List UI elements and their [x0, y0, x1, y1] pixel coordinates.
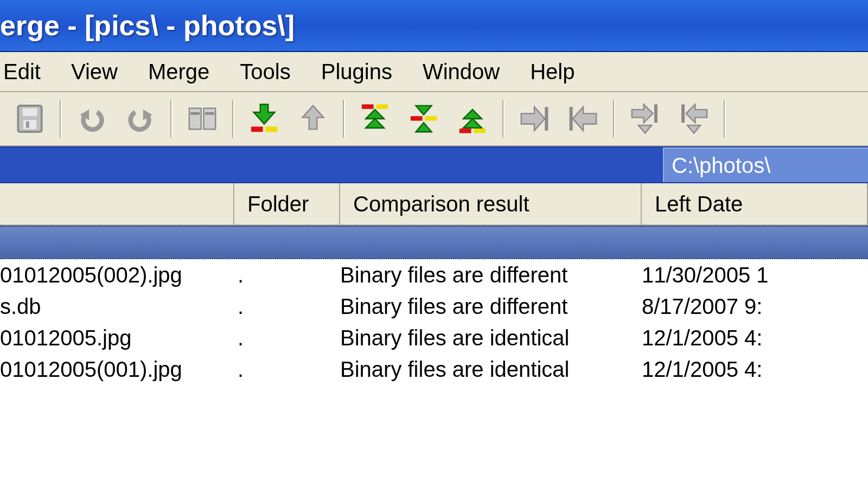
- cell-result: Binary files are different: [340, 294, 567, 319]
- svg-rect-27: [545, 107, 548, 131]
- toolbar-separator: [60, 100, 62, 138]
- arrow-left-down-icon: [678, 103, 710, 134]
- arrow-up-icon: [297, 103, 329, 134]
- cell-date: 8/17/2007 9:: [642, 294, 762, 319]
- window-title: erge - [pics\ - photos\]: [0, 9, 295, 42]
- column-header-result[interactable]: Comparison result: [340, 183, 642, 226]
- svg-rect-19: [425, 116, 437, 120]
- svg-marker-34: [687, 125, 700, 133]
- cell-name: s.db: [0, 294, 41, 319]
- svg-marker-21: [416, 123, 432, 132]
- menu-window[interactable]: Window: [423, 60, 500, 84]
- svg-marker-13: [303, 106, 324, 130]
- last-diff-button[interactable]: [454, 100, 492, 138]
- svg-rect-6: [189, 108, 201, 130]
- menu-plugins[interactable]: Plugins: [321, 60, 392, 84]
- save-icon: [14, 103, 46, 134]
- cell-name: 01012005.jpg: [0, 326, 131, 350]
- column-headers: Folder Comparison result Left Date: [0, 183, 868, 226]
- toolbar-separator: [724, 100, 726, 138]
- svg-rect-10: [251, 127, 263, 132]
- menu-tools[interactable]: Tools: [240, 60, 290, 84]
- right-path-text: C:\photos\: [672, 153, 770, 178]
- svg-rect-7: [203, 108, 215, 130]
- svg-rect-11: [265, 127, 277, 132]
- first-diff-button[interactable]: [356, 100, 394, 138]
- diff-pane-button[interactable]: [183, 100, 221, 138]
- diff-pane-icon: [187, 103, 218, 134]
- svg-rect-2: [23, 120, 36, 129]
- cell-folder: .: [238, 294, 244, 319]
- svg-rect-1: [23, 108, 37, 117]
- prev-diff-button[interactable]: [294, 100, 332, 138]
- toolbar-separator: [613, 100, 615, 138]
- table-row[interactable]: 01012005(001).jpg . Binary files are ide…: [0, 354, 868, 385]
- double-arrow-down-diff-icon: [457, 103, 488, 134]
- table-row[interactable]: 01012005(002).jpg . Binary files are dif…: [0, 259, 868, 291]
- window-title-bar: erge - [pics\ - photos\]: [0, 0, 868, 52]
- svg-marker-26: [521, 107, 545, 131]
- svg-marker-28: [573, 107, 597, 131]
- path-bar: C:\photos\: [0, 146, 868, 183]
- svg-marker-22: [463, 110, 482, 119]
- svg-marker-17: [366, 119, 384, 128]
- svg-rect-29: [570, 107, 573, 131]
- svg-rect-32: [654, 104, 658, 123]
- arrow-down-diff-icon: [248, 103, 280, 134]
- cell-result: Binary files are identical: [340, 357, 569, 382]
- next-diff-button[interactable]: [245, 100, 283, 138]
- cell-date: 12/1/2005 4:: [642, 357, 762, 382]
- undo-button[interactable]: [73, 100, 111, 138]
- svg-marker-30: [632, 104, 653, 123]
- cell-date: 12/1/2005 4:: [642, 326, 762, 350]
- svg-rect-18: [411, 116, 423, 120]
- copy-left-button[interactable]: [564, 100, 602, 138]
- svg-marker-23: [463, 119, 482, 128]
- copy-left-advance-button[interactable]: [675, 100, 713, 138]
- column-header-folder[interactable]: Folder: [234, 183, 340, 226]
- menu-bar: Edit View Merge Tools Plugins Window Hel…: [0, 52, 868, 92]
- redo-icon: [125, 103, 156, 134]
- svg-marker-20: [416, 106, 432, 115]
- svg-rect-14: [362, 104, 374, 108]
- save-button[interactable]: [11, 100, 49, 138]
- table-row[interactable]: 01012005.jpg . Binary files are identica…: [0, 322, 868, 354]
- arrow-right-down-icon: [629, 103, 661, 134]
- comparison-rows: 01012005(002).jpg . Binary files are dif…: [0, 259, 868, 385]
- svg-marker-16: [366, 110, 384, 119]
- table-row[interactable]: s.db . Binary files are different 8/17/2…: [0, 291, 868, 322]
- copy-right-advance-button[interactable]: [626, 100, 664, 138]
- toolbar-separator: [232, 100, 234, 138]
- svg-rect-3: [26, 121, 29, 128]
- selected-folder-row[interactable]: [0, 226, 868, 259]
- arrows-converge-icon: [408, 103, 439, 134]
- svg-marker-31: [639, 125, 652, 133]
- toolbar: [0, 92, 868, 146]
- cell-name: 01012005(002).jpg: [0, 263, 182, 287]
- svg-rect-8: [190, 112, 200, 115]
- svg-rect-35: [681, 104, 685, 123]
- menu-view[interactable]: View: [71, 60, 118, 84]
- toolbar-separator: [343, 100, 345, 138]
- svg-rect-15: [376, 104, 388, 108]
- svg-marker-33: [686, 104, 707, 123]
- svg-marker-12: [254, 104, 275, 124]
- column-header-left-date[interactable]: Left Date: [642, 183, 868, 226]
- menu-help[interactable]: Help: [530, 60, 575, 84]
- cell-folder: .: [238, 326, 244, 350]
- cell-result: Binary files are identical: [340, 326, 569, 350]
- copy-right-button[interactable]: [515, 100, 553, 138]
- cell-folder: .: [238, 357, 244, 382]
- current-diff-button[interactable]: [405, 100, 443, 138]
- cell-name: 01012005(001).jpg: [0, 357, 182, 382]
- svg-rect-25: [474, 129, 486, 133]
- redo-button[interactable]: [122, 100, 159, 138]
- column-header-name[interactable]: [0, 183, 234, 226]
- cell-folder: .: [238, 263, 244, 287]
- toolbar-separator: [170, 100, 173, 138]
- cell-date: 11/30/2005 1: [642, 263, 769, 287]
- right-path-tab[interactable]: C:\photos\: [663, 147, 868, 182]
- menu-merge[interactable]: Merge: [148, 60, 209, 84]
- menu-edit[interactable]: Edit: [3, 60, 41, 84]
- cell-result: Binary files are different: [340, 263, 567, 287]
